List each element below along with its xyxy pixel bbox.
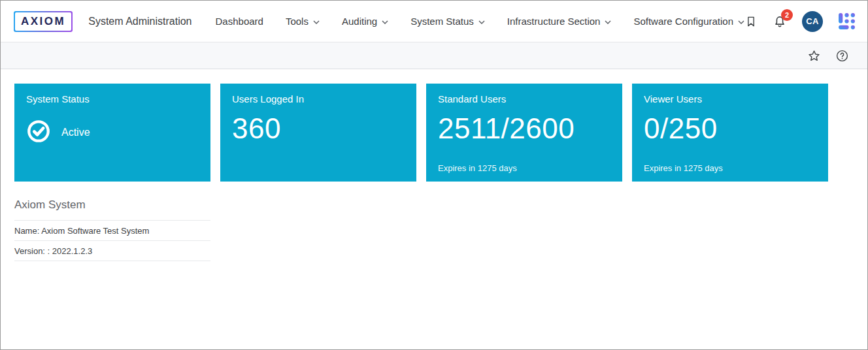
chevron-down-icon [382,20,388,24]
nav-item-label: Infrastructure Section [507,16,601,27]
nav-item-label: Software Configuration [633,16,733,27]
notifications-bell-icon[interactable]: 2 [773,14,787,29]
card-footnote: Expires in 1275 days [438,163,517,173]
header-actions: 2 CA [744,11,860,32]
dashboard-content: System Status Active Users Logged In 360 [1,69,867,349]
card-title: Users Logged In [232,93,405,104]
bookmark-icon[interactable] [744,15,758,28]
nav-item-infrastructure-section[interactable]: Infrastructure Section [507,16,612,27]
card-standard-users: Standard Users 2511/2600 Expires in 1275… [426,84,622,182]
chevron-down-icon [478,20,485,24]
card-value: 0/250 [644,112,816,145]
card-title: Viewer Users [644,93,816,104]
page: AXIOM System Administration Dashboard To… [0,0,868,350]
check-circle-icon [26,119,51,146]
nav-item-system-status[interactable]: System Status [410,16,485,27]
stat-cards-row: System Status Active Users Logged In 360 [14,84,854,182]
section-heading: Axiom System [14,199,210,212]
nav-item-software-configuration[interactable]: Software Configuration [633,16,744,27]
card-title: Standard Users [438,93,610,104]
status-value: Active [61,127,90,138]
card-footnote: Expires in 1275 days [644,163,723,173]
notification-badge: 2 [781,9,793,21]
card-users-logged-in: Users Logged In 360 [220,84,416,182]
axiom-logo-text: AXIOM [15,12,71,31]
system-name-row: Name: Axiom Software Test System [14,220,210,240]
card-value: 2511/2600 [438,112,610,145]
card-system-status: System Status Active [14,84,210,182]
nav-item-label: System Status [410,16,474,27]
axiom-logo[interactable]: AXIOM [14,11,73,32]
help-icon[interactable] [835,49,849,63]
card-title: System Status [26,93,199,104]
apps-grid-icon[interactable] [838,12,856,30]
chevron-down-icon [313,20,320,24]
app-title: System Administration [88,16,192,27]
nav-item-label: Auditing [342,16,377,27]
nav-item-auditing[interactable]: Auditing [342,16,388,27]
nav-item-dashboard[interactable]: Dashboard [216,16,263,27]
favorite-star-icon[interactable] [807,49,821,63]
top-nav-bar: AXIOM System Administration Dashboard To… [1,1,867,42]
nav-item-label: Dashboard [216,16,263,27]
chevron-down-icon [605,20,611,24]
secondary-toolbar [1,42,867,69]
main-nav: Dashboard Tools Auditing System Status I… [216,16,745,27]
card-viewer-users: Viewer Users 0/250 Expires in 1275 days [632,84,828,182]
chevron-down-icon [738,20,744,24]
card-value: 360 [232,112,405,145]
nav-item-tools[interactable]: Tools [286,16,320,27]
nav-item-label: Tools [286,16,309,27]
avatar[interactable]: CA [802,11,823,32]
axiom-system-section: Axiom System Name: Axiom Software Test S… [14,199,210,261]
system-version-row: Version: : 2022.1.2.3 [14,240,210,261]
